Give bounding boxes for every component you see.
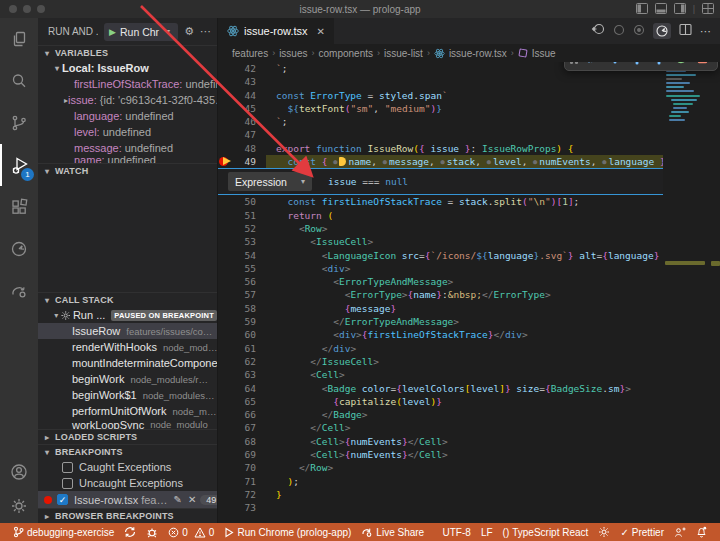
code-line-68[interactable]: 68 <Cell>{numEvents}</Cell> [218,435,720,448]
run-or-debug-icon[interactable] [653,23,671,39]
code-line-62[interactable]: 62 </IssueCell> [218,355,720,368]
edit-breakpoint-pencil-icon[interactable]: ✎ [173,494,181,505]
gutter[interactable]: 56 [218,275,266,288]
breadcrumb-symbol[interactable]: Issue [532,48,556,59]
code-line-47[interactable]: 47 [218,128,720,141]
more-actions-icon[interactable]: ⋯ [200,25,211,38]
loaded-scripts-section-header[interactable]: ▸ LOADED SCRIPTS [38,429,217,444]
code-line-52[interactable]: 52 <Row> [218,222,720,235]
code-line-46[interactable]: 46`; [218,115,720,128]
gutter[interactable]: 61 [218,342,266,355]
gutter[interactable]: 48 [218,142,266,155]
step-over-icon[interactable] [605,62,624,68]
explorer-icon[interactable] [0,18,38,60]
gutter[interactable]: 69 [218,448,266,461]
breadcrumb-issue-list[interactable]: issue-list [384,48,423,59]
debug-settings-gear-icon[interactable]: ⚙ [184,25,194,38]
minimap[interactable] [663,62,720,523]
stop-icon[interactable] [693,62,712,68]
code-line-71[interactable]: 71 ); [218,475,720,488]
problems-status[interactable]: 0 0 [163,527,219,538]
code-line-43[interactable]: 43 [218,75,720,88]
variable-row[interactable]: language:undefined [38,108,217,124]
variable-row[interactable]: firstLineOfStackTrace:undefin… [38,76,217,92]
gutter[interactable]: 50 [218,195,266,208]
code-line-61[interactable]: 61 </div> [218,342,720,355]
call-stack-frame[interactable]: renderWithHooksnode_mod… [38,339,217,355]
continue-icon[interactable] [583,62,602,68]
code-line-69[interactable]: 69 <Cell>{numEvents}</Cell> [218,448,720,461]
source-control-icon[interactable] [0,102,38,144]
code-line-44[interactable]: 44const ErrorType = styled.span` [218,89,720,102]
breadcrumb-issues[interactable]: issues [279,48,307,59]
extensions-icon[interactable] [0,186,38,228]
gutter[interactable]: 65 [218,395,266,408]
call-stack-frame[interactable]: IssueRowfeatures/issues/co… [38,323,217,339]
gutter[interactable]: 58 [218,302,266,315]
variables-scope[interactable]: ▾ Local: IssueRow [38,60,217,76]
code-line-59[interactable]: 59 </ErrorTypeAndMessage> [218,315,720,328]
code-editor[interactable]: 42`;43 44const ErrorType = styled.span`4… [218,62,720,523]
restart-icon[interactable] [671,62,690,68]
browser-breakpoints-section-header[interactable]: ▸ BROWSER BREAKPOINTS [38,508,217,523]
run-configuration-button[interactable]: ▶ Run Chr ▾ [104,23,178,41]
code-line-57[interactable]: 57 <ErrorType>{name}:&nbsp;</ErrorType> [218,288,720,301]
toolbar-drag-handle[interactable] [570,62,578,64]
breakpoint-enabled-checkbox[interactable]: ✓ [57,494,68,505]
uncaught-exceptions-row[interactable]: Uncaught Exceptions [38,475,217,491]
debug-toolbar[interactable] [564,62,718,71]
code-line-72[interactable]: 72} [218,488,720,501]
remove-breakpoint-close-icon[interactable]: ✕ [188,494,196,505]
prettier-status[interactable]: ✓ Prettier [615,527,669,538]
call-stack-frame[interactable]: workLoopSyncnode_modulo [38,419,217,429]
gutter[interactable]: 66 [218,408,266,421]
code-line-64[interactable]: 64 <Badge color={levelColors[level]} siz… [218,382,720,395]
gutter[interactable]: 72 [218,488,266,501]
code-line-58[interactable]: 58 {message} [218,302,720,315]
gutter[interactable]: 53 [218,235,266,248]
gutter[interactable]: 70 [218,461,266,474]
uncaught-exceptions-checkbox[interactable] [62,478,73,489]
more-actions-icon[interactable]: ⋯ [700,25,711,38]
breadcrumb-components[interactable]: components [319,48,373,59]
breakpoint-condition-input[interactable]: issue === null [328,176,408,187]
reverse-continue-icon[interactable] [613,22,625,40]
code-line-67[interactable]: 67 </Cell> [218,421,720,434]
gutter[interactable]: 54 [218,249,266,262]
debug-session-row[interactable]: ▾ Run ... PAUSED ON BREAKPOINT [38,307,217,323]
code-line-60[interactable]: 60 <div>{firstLineOfStackTrace}</div> [218,328,720,341]
variable-row[interactable]: message:undefined [38,140,217,156]
gutter[interactable]: 51 [218,209,266,222]
step-back-icon[interactable] [591,22,605,40]
variable-row[interactable]: name:undefined [38,156,217,163]
record-icon[interactable] [633,22,645,40]
gutter[interactable]: 45 [218,102,266,115]
toggle-secondary-sidebar-icon[interactable] [674,3,686,14]
code-line-45[interactable]: 45 ${textFont("sm", "medium")} [218,102,720,115]
gutter[interactable]: 42 [218,62,266,75]
gutter[interactable]: 73 [218,501,266,514]
split-editor-icon[interactable] [679,22,692,40]
run-task-status[interactable]: Run Chrome (prolog-app) [219,527,356,538]
code-line-70[interactable]: 70 </Row> [218,461,720,474]
code-line-48[interactable]: 48export function IssueRow({ issue }: Is… [218,142,720,155]
gutter[interactable]: 47 [218,128,266,141]
call-stack-frame[interactable]: beginWork$1node_modules… [38,387,217,403]
gutter[interactable]: 60 [218,328,266,341]
gutter[interactable]: 44 [218,89,266,102]
live-share-status[interactable]: Live Share [356,526,429,538]
code-line-56[interactable]: 56 <ErrorTypeAndMessage> [218,275,720,288]
code-line-63[interactable]: 63 <Cell> [218,368,720,381]
gutter[interactable]: 57 [218,288,266,301]
gutter[interactable]: 59 [218,315,266,328]
caught-exceptions-checkbox[interactable] [62,462,73,473]
eol-status[interactable]: LF [476,527,498,538]
breadcrumb-features[interactable]: features [232,48,268,59]
gutter[interactable]: 62 [218,355,266,368]
watch-section-header[interactable]: ▾ WATCH [38,163,217,178]
customize-layout-icon[interactable] [702,3,714,14]
gutter[interactable]: 67 [218,421,266,434]
toggle-panel-icon[interactable] [655,3,667,14]
call-stack-frame[interactable]: beginWorknode_modules/r… [38,371,217,387]
code-line-73[interactable]: 73 [218,501,720,514]
